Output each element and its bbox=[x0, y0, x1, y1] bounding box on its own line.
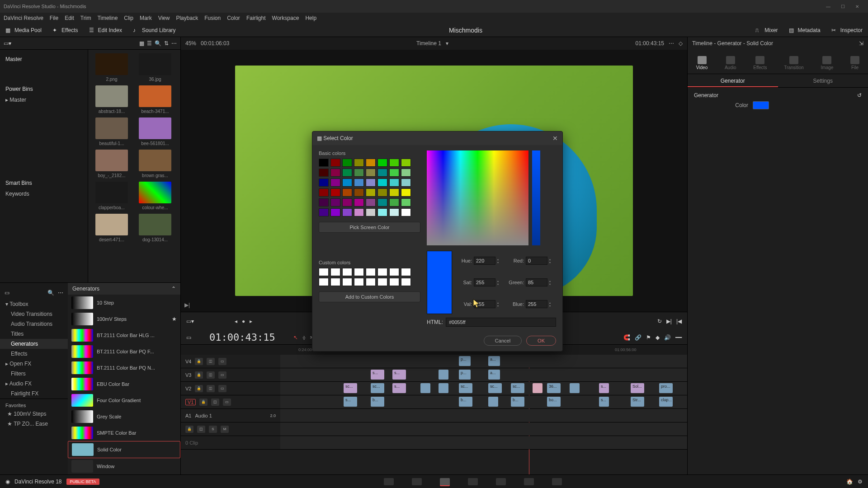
bypass-icon[interactable]: ◇ bbox=[679, 40, 683, 47]
hue-slider[interactable] bbox=[532, 150, 540, 245]
custom-color-5[interactable] bbox=[377, 268, 387, 276]
basic-color-18[interactable] bbox=[342, 178, 352, 187]
sound-library-toggle[interactable]: ♪Sound Library bbox=[127, 27, 181, 33]
clip[interactable]: b... bbox=[371, 397, 384, 407]
thumb-1[interactable]: 36.jpg bbox=[135, 53, 175, 82]
edit-index-toggle[interactable]: ☰Edit Index bbox=[84, 27, 127, 33]
custom-color-11[interactable] bbox=[354, 278, 364, 286]
basic-color-44[interactable] bbox=[366, 208, 376, 216]
clip[interactable]: s... bbox=[599, 397, 609, 407]
basic-color-34[interactable] bbox=[342, 198, 352, 206]
power-bins-header[interactable]: Power Bins bbox=[0, 83, 88, 95]
basic-color-32[interactable] bbox=[319, 198, 329, 206]
basic-color-7[interactable] bbox=[401, 159, 411, 167]
clip[interactable] bbox=[533, 383, 542, 393]
clip[interactable]: b... bbox=[459, 397, 472, 407]
clip[interactable]: clap... bbox=[659, 397, 673, 407]
power-master-bin[interactable]: ▸ Master bbox=[0, 95, 88, 105]
clip[interactable]: bo... bbox=[547, 397, 561, 407]
generator-bt-2111-color-bar-pq-f-[interactable]: BT.2111 Color Bar PQ F... bbox=[68, 343, 180, 360]
menu-timeline[interactable]: Timeline bbox=[97, 15, 118, 21]
clip[interactable]: s... bbox=[392, 383, 406, 393]
auto-select-icon[interactable]: ◫ bbox=[211, 399, 219, 406]
fx-more-icon[interactable]: ⋯ bbox=[58, 290, 63, 296]
zoom-level[interactable]: 45% bbox=[185, 40, 196, 47]
menu-file[interactable]: File bbox=[50, 15, 58, 21]
trim-tool-icon[interactable]: ⎀ bbox=[302, 334, 306, 341]
basic-color-39[interactable] bbox=[401, 198, 411, 206]
marker-icon[interactable]: ◆ bbox=[656, 334, 660, 341]
link-icon[interactable]: 🔗 bbox=[635, 334, 642, 341]
lock-icon[interactable]: 🔒 bbox=[195, 358, 203, 365]
menu-resolve[interactable]: DaVinci Resolve bbox=[4, 15, 43, 21]
tl-zoom-slider[interactable]: ━━ bbox=[675, 334, 682, 341]
inspector-tab-file[interactable]: File bbox=[850, 56, 859, 70]
thumb-6[interactable]: boy_-_2182... bbox=[92, 150, 132, 178]
basic-color-8[interactable] bbox=[319, 169, 329, 177]
thumb-5[interactable]: bee-561801... bbox=[135, 117, 175, 146]
color-page-icon[interactable] bbox=[496, 478, 506, 485]
basic-color-20[interactable] bbox=[366, 178, 376, 187]
lock-icon[interactable]: 🔒 bbox=[199, 399, 208, 406]
fx-titles[interactable]: Titles bbox=[0, 329, 68, 339]
basic-color-38[interactable] bbox=[389, 198, 399, 206]
saturation-value-picker[interactable] bbox=[427, 150, 528, 245]
auto-select-icon[interactable]: ◫ bbox=[207, 371, 215, 379]
red-spinner[interactable]: ▴▾ bbox=[549, 258, 551, 264]
thumb-2[interactable]: abstract-18... bbox=[92, 85, 132, 114]
basic-color-43[interactable] bbox=[354, 208, 364, 216]
custom-color-12[interactable] bbox=[366, 278, 376, 286]
custom-color-4[interactable] bbox=[366, 268, 376, 276]
thumb-view-icon[interactable]: ▦ bbox=[139, 40, 144, 47]
clip[interactable]: a... bbox=[488, 356, 500, 366]
generator-solid-color[interactable]: Solid Color bbox=[68, 441, 180, 458]
play-next-icon[interactable]: ▶| bbox=[184, 302, 190, 308]
fav-item-1[interactable]: ★ TP ZO... Ease bbox=[5, 419, 62, 429]
settings-icon[interactable]: ⚙ bbox=[858, 479, 863, 485]
clip[interactable]: s... bbox=[344, 397, 357, 407]
media-page-icon[interactable] bbox=[384, 478, 394, 485]
sat-spinner[interactable]: ▴▾ bbox=[497, 279, 499, 286]
maximize-icon[interactable]: ☐ bbox=[835, 4, 850, 9]
custom-color-13[interactable] bbox=[377, 278, 387, 286]
basic-color-42[interactable] bbox=[342, 208, 352, 216]
generator-smpte-color-bar[interactable]: SMPTE Color Bar bbox=[68, 425, 180, 441]
hue-input[interactable] bbox=[474, 257, 495, 265]
last-frame-icon[interactable]: |◀ bbox=[676, 318, 682, 324]
clip[interactable]: pro... bbox=[659, 383, 673, 393]
basic-color-10[interactable] bbox=[342, 169, 352, 177]
menu-playback[interactable]: Playback bbox=[176, 15, 198, 21]
master-bin[interactable]: Master bbox=[0, 53, 88, 65]
clip[interactable]: b... bbox=[511, 397, 524, 407]
enable-icon[interactable]: ▭ bbox=[218, 358, 226, 365]
prev-edit-icon[interactable]: ◂ bbox=[235, 318, 237, 324]
basic-color-37[interactable] bbox=[377, 198, 387, 206]
auto-select-icon[interactable]: ◫ bbox=[207, 385, 215, 392]
fx-effects[interactable]: Effects bbox=[0, 349, 68, 359]
basic-color-17[interactable] bbox=[330, 178, 340, 187]
custom-color-1[interactable] bbox=[330, 268, 340, 276]
fx-toolbox[interactable]: ▾ Toolbox bbox=[0, 299, 68, 309]
generator-window[interactable]: Window bbox=[68, 458, 180, 474]
effects-toggle[interactable]: ✦Effects bbox=[47, 27, 83, 33]
basic-color-14[interactable] bbox=[389, 169, 399, 177]
clip[interactable] bbox=[570, 383, 580, 393]
fx-audio-transitions[interactable]: Audio Transitions bbox=[0, 319, 68, 329]
lock-icon[interactable]: 🔒 bbox=[195, 371, 203, 379]
generator-four-color-gradient[interactable]: Four Color Gradient bbox=[68, 392, 180, 408]
dialog-close-button[interactable]: ✕ bbox=[552, 135, 558, 142]
basic-color-6[interactable] bbox=[389, 159, 399, 167]
edit-page-icon[interactable] bbox=[440, 478, 450, 485]
bin-dropdown-icon[interactable]: ▭▾ bbox=[4, 40, 11, 47]
basic-color-0[interactable] bbox=[319, 159, 329, 167]
basic-color-11[interactable] bbox=[354, 169, 364, 177]
green-input[interactable] bbox=[526, 278, 547, 286]
basic-color-1[interactable] bbox=[330, 159, 340, 167]
home-icon[interactable]: 🏠 bbox=[846, 479, 853, 485]
auto-select-icon[interactable]: ◫ bbox=[207, 358, 215, 365]
clip[interactable]: Sol... bbox=[631, 383, 644, 393]
generator-grey-scale[interactable]: Grey Scale bbox=[68, 408, 180, 425]
menu-workspace[interactable]: Workspace bbox=[272, 15, 299, 21]
inspector-tab-effects[interactable]: Effects bbox=[753, 56, 767, 70]
inspector-toggle[interactable]: ✂Inspector bbox=[826, 27, 868, 33]
